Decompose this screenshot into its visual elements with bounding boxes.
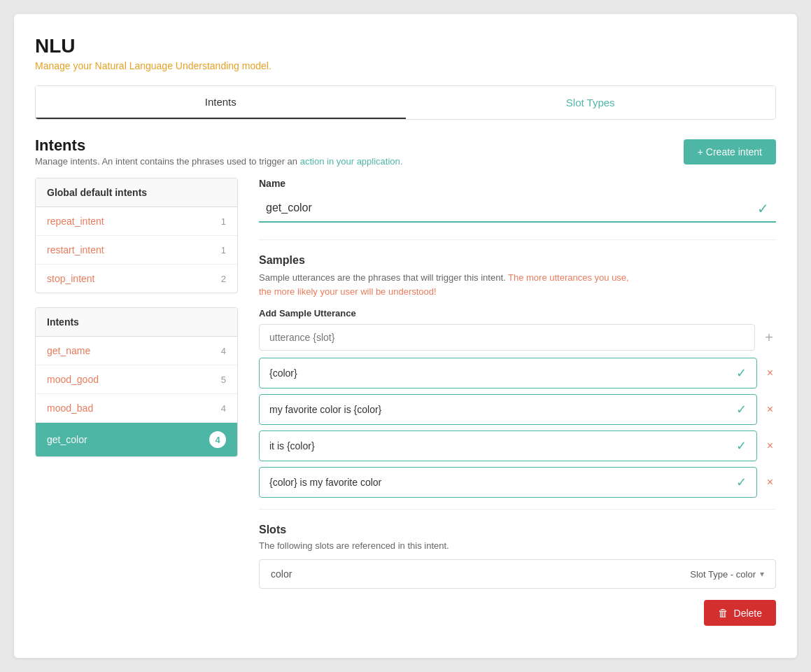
sidebar-item-mood-good[interactable]: mood_good 5	[36, 365, 237, 394]
divider-1	[259, 239, 776, 240]
slot-row-color: color Slot Type - color ▾	[259, 559, 776, 589]
trash-icon: 🗑	[718, 607, 728, 619]
slot-type-color[interactable]: Slot Type - color ▾	[690, 569, 764, 580]
delete-section: 🗑 Delete	[259, 600, 776, 626]
sidebar-item-get-color[interactable]: get_color 4	[36, 423, 237, 456]
name-input-wrapper: ✓	[259, 195, 776, 223]
utterance-text-2: my favorite color is {color}	[269, 404, 381, 415]
sidebar: Global default intents repeat_intent 1 r…	[35, 178, 238, 471]
utterance-row-3: it is {color} ✓ ×	[259, 430, 776, 461]
intent-name-restart: restart_intent	[47, 244, 104, 255]
intent-count-stop: 2	[221, 274, 226, 284]
divider-2	[259, 509, 776, 510]
right-content: Name ✓ Samples Sample utterances are the…	[238, 178, 776, 626]
slots-title: Slots	[259, 524, 776, 536]
slots-desc: The following slots are referenced in th…	[259, 540, 776, 551]
intent-name-get-color: get_color	[47, 434, 87, 445]
sidebar-item-restart-intent[interactable]: restart_intent 1	[36, 236, 237, 265]
sidebar-item-mood-bad[interactable]: mood_bad 4	[36, 394, 237, 423]
slot-name-color: color	[271, 568, 292, 580]
tabs-container: Intents Slot Types	[35, 85, 776, 120]
page-subtitle: Manage your Natural Language Understandi…	[35, 60, 776, 71]
utterance-delete-2[interactable]: ×	[764, 400, 776, 419]
intent-name-stop: stop_intent	[47, 273, 95, 284]
utterance-input-row: +	[259, 324, 776, 351]
utterance-row-1: {color} ✓ ×	[259, 358, 776, 388]
utterance-text-1: {color}	[269, 368, 297, 379]
utterance-check-4: ✓	[736, 475, 747, 490]
utterance-value-2: my favorite color is {color} ✓	[259, 394, 757, 425]
intent-count-get-color: 4	[209, 431, 226, 448]
intent-name-mood-good: mood_good	[47, 374, 99, 385]
sidebar-item-repeat-intent[interactable]: repeat_intent 1	[36, 207, 237, 236]
intent-count-repeat: 1	[221, 216, 226, 227]
intent-name-get-name: get_name	[47, 345, 90, 356]
utterance-delete-4[interactable]: ×	[764, 473, 776, 491]
intents-header: Intents Manage intents. An intent contai…	[35, 136, 776, 167]
intent-name-mood-bad: mood_bad	[47, 402, 93, 414]
intents-header-left: Intents Manage intents. An intent contai…	[35, 136, 402, 167]
page-container: NLU Manage your Natural Language Underst…	[14, 14, 797, 658]
create-intent-button[interactable]: + Create intent	[684, 139, 776, 164]
sidebar-item-stop-intent[interactable]: stop_intent 2	[36, 265, 237, 293]
intent-count-restart: 1	[221, 245, 226, 255]
intents-section-desc: Manage intents. An intent contains the p…	[35, 156, 402, 167]
samples-desc: Sample utterances are the phrases that w…	[259, 271, 776, 298]
utterance-row-4: {color} is my favorite color ✓ ×	[259, 467, 776, 498]
utterance-text-4: {color} is my favorite color	[269, 477, 381, 488]
delete-intent-button[interactable]: 🗑 Delete	[704, 600, 776, 626]
intent-count-get-name: 4	[221, 346, 226, 356]
slot-type-chevron-icon: ▾	[760, 569, 764, 579]
intents-list-header: Intents	[36, 308, 237, 337]
add-sample-label: Add Sample Utterance	[259, 308, 776, 318]
utterance-check-3: ✓	[736, 438, 747, 454]
tab-intents[interactable]: Intents	[36, 86, 406, 119]
sidebar-item-get-name[interactable]: get_name 4	[36, 337, 237, 365]
utterance-delete-3[interactable]: ×	[764, 437, 776, 455]
main-layout: Global default intents repeat_intent 1 r…	[35, 178, 776, 626]
intents-list-section: Intents get_name 4 mood_good 5 mood_bad …	[35, 307, 238, 457]
global-default-intents-header: Global default intents	[36, 178, 237, 207]
intent-count-mood-bad: 4	[221, 403, 226, 414]
name-check-icon: ✓	[757, 200, 769, 217]
intent-name-input[interactable]	[259, 195, 776, 223]
utterance-check-2: ✓	[736, 402, 747, 417]
samples-title: Samples	[259, 254, 776, 267]
utterance-value-1: {color} ✓	[259, 358, 757, 388]
intent-name-repeat: repeat_intent	[47, 216, 104, 227]
utterance-value-3: it is {color} ✓	[259, 430, 757, 461]
tab-slot-types[interactable]: Slot Types	[406, 86, 776, 119]
utterance-check-1: ✓	[736, 365, 747, 381]
intent-count-mood-good: 5	[221, 374, 226, 385]
intents-section-title: Intents	[35, 136, 402, 155]
utterance-input[interactable]	[259, 324, 755, 351]
utterance-delete-1[interactable]: ×	[764, 364, 776, 382]
add-utterance-icon[interactable]: +	[762, 327, 776, 349]
slot-type-label: Slot Type - color	[690, 569, 756, 580]
delete-button-label: Delete	[734, 608, 762, 619]
utterance-value-4: {color} is my favorite color ✓	[259, 467, 757, 498]
utterance-row-2: my favorite color is {color} ✓ ×	[259, 394, 776, 425]
utterance-text-3: it is {color}	[269, 440, 315, 451]
global-default-intents-section: Global default intents repeat_intent 1 r…	[35, 178, 238, 293]
page-title: NLU	[35, 35, 776, 57]
name-label: Name	[259, 178, 776, 189]
